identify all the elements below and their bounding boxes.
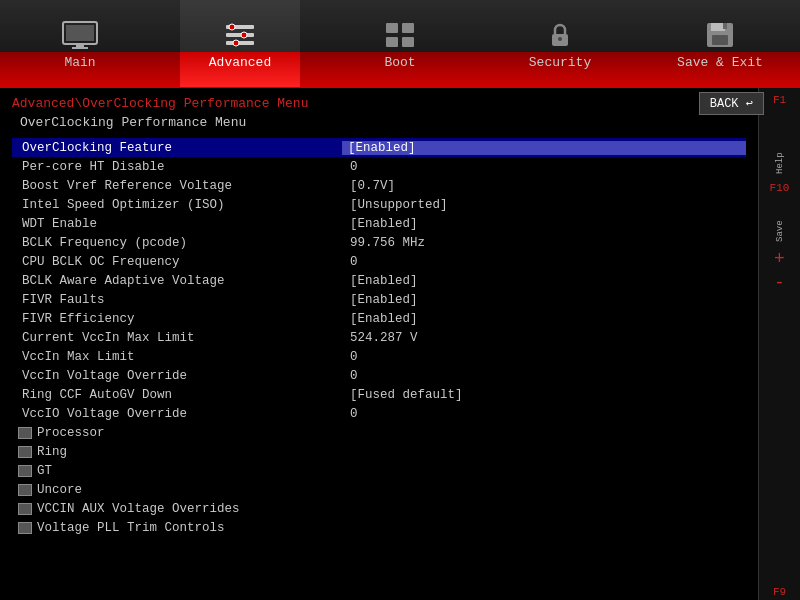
menu-item-value: [Enabled] — [342, 217, 746, 231]
svg-rect-11 — [402, 23, 414, 33]
menu-item-label: Ring — [12, 445, 342, 459]
menu-item-label: VccIn Max Limit — [12, 350, 342, 364]
menu-item-label: OverClocking Feature — [12, 141, 342, 155]
menu-row[interactable]: Intel Speed Optimizer (ISO)[Unsupported] — [12, 195, 746, 214]
menu-row[interactable]: Ring — [12, 442, 746, 461]
nav-security-label: Security — [529, 55, 591, 74]
menu-list: OverClocking Feature[Enabled]Per-core HT… — [12, 138, 746, 537]
svg-point-9 — [233, 40, 239, 46]
menu-item-label: Uncore — [12, 483, 342, 497]
nav-advanced-label: Advanced — [209, 55, 271, 74]
menu-row[interactable]: Per-core HT Disable0 — [12, 157, 746, 176]
f10-label: F10 — [770, 182, 790, 194]
svg-rect-6 — [226, 41, 254, 45]
nav-save-exit-label: Save & Exit — [677, 55, 763, 74]
save-icon — [702, 21, 738, 49]
svg-rect-19 — [723, 23, 727, 29]
f1-label: F1 — [773, 94, 786, 106]
menu-item-label: CPU BCLK OC Frequency — [12, 255, 342, 269]
menu-item-label: GT — [12, 464, 342, 478]
menu-row[interactable]: FIVR Efficiency[Enabled] — [12, 309, 746, 328]
menu-item-value: 0 — [342, 369, 746, 383]
svg-point-8 — [241, 32, 247, 38]
menu-item-label: Current VccIn Max Limit — [12, 331, 342, 345]
menu-item-value: [Unsupported] — [342, 198, 746, 212]
submenu-icon — [18, 465, 32, 477]
advanced-icon — [222, 21, 258, 49]
svg-rect-13 — [402, 37, 414, 47]
menu-item-value: 524.287 V — [342, 331, 746, 345]
menu-row[interactable]: BCLK Aware Adaptive Voltage[Enabled] — [12, 271, 746, 290]
content-area: Advanced\OverClocking Performance Menu O… — [0, 88, 800, 600]
page-title: OverClocking Performance Menu — [20, 115, 746, 130]
plus-button[interactable]: + — [774, 250, 785, 268]
right-sidebar: F1 Help F10 Save + - F9 — [758, 88, 800, 600]
menu-item-value: 99.756 MHz — [342, 236, 746, 250]
menu-item-value: 0 — [342, 407, 746, 421]
menu-item-value: 0 — [342, 350, 746, 364]
menu-item-label: Ring CCF AutoGV Down — [12, 388, 342, 402]
menu-item-label: VccIO Voltage Override — [12, 407, 342, 421]
svg-rect-1 — [66, 25, 94, 41]
top-navigation: Main Advanced Boot — [0, 0, 800, 88]
svg-rect-5 — [226, 33, 254, 37]
menu-row[interactable]: BCLK Frequency (pcode)99.756 MHz — [12, 233, 746, 252]
menu-row[interactable]: FIVR Faults[Enabled] — [12, 290, 746, 309]
nav-boot-label: Boot — [384, 55, 415, 74]
svg-rect-3 — [72, 47, 88, 49]
monitor-icon — [62, 21, 98, 49]
menu-row[interactable]: GT — [12, 461, 746, 480]
boot-icon — [382, 21, 418, 49]
f9-label: F9 — [773, 586, 786, 598]
menu-item-value: 0 — [342, 255, 746, 269]
lock-icon — [542, 21, 578, 49]
menu-item-label: WDT Enable — [12, 217, 342, 231]
menu-row[interactable]: VccIO Voltage Override0 — [12, 404, 746, 423]
nav-main[interactable]: Main — [20, 0, 140, 87]
menu-row[interactable]: Boost Vref Reference Voltage[0.7V] — [12, 176, 746, 195]
svg-rect-17 — [711, 23, 725, 31]
menu-row[interactable]: Current VccIn Max Limit524.287 V — [12, 328, 746, 347]
svg-point-15 — [558, 37, 562, 41]
menu-row[interactable]: Voltage PLL Trim Controls — [12, 518, 746, 537]
menu-row[interactable]: OverClocking Feature[Enabled] — [12, 138, 746, 157]
svg-rect-2 — [76, 44, 84, 47]
breadcrumb: Advanced\OverClocking Performance Menu — [12, 96, 746, 111]
menu-item-value: [Fused default] — [342, 388, 746, 402]
submenu-icon — [18, 446, 32, 458]
submenu-icon — [18, 427, 32, 439]
menu-row[interactable]: VccIn Voltage Override0 — [12, 366, 746, 385]
nav-security[interactable]: Security — [500, 0, 620, 87]
nav-save-exit[interactable]: Save & Exit — [660, 0, 780, 87]
menu-row[interactable]: WDT Enable[Enabled] — [12, 214, 746, 233]
nav-advanced[interactable]: Advanced — [180, 0, 300, 87]
menu-row[interactable]: VccIn Max Limit0 — [12, 347, 746, 366]
menu-item-label: BCLK Aware Adaptive Voltage — [12, 274, 342, 288]
menu-row[interactable]: Uncore — [12, 480, 746, 499]
main-content: Advanced\OverClocking Performance Menu O… — [0, 88, 758, 600]
menu-row[interactable]: Processor — [12, 423, 746, 442]
menu-item-label: BCLK Frequency (pcode) — [12, 236, 342, 250]
svg-point-7 — [229, 24, 235, 30]
back-button[interactable]: BACK ↩ — [699, 92, 764, 115]
menu-item-label: Intel Speed Optimizer (ISO) — [12, 198, 342, 212]
save-label-sidebar: Save — [775, 202, 785, 242]
svg-rect-10 — [386, 23, 398, 33]
svg-rect-18 — [712, 35, 728, 45]
menu-item-label: VccIn Voltage Override — [12, 369, 342, 383]
menu-item-label: FIVR Faults — [12, 293, 342, 307]
svg-rect-12 — [386, 37, 398, 47]
menu-row[interactable]: VCCIN AUX Voltage Overrides — [12, 499, 746, 518]
menu-item-value: [Enabled] — [342, 141, 746, 155]
menu-item-value: 0 — [342, 160, 746, 174]
menu-item-label: Boost Vref Reference Voltage — [12, 179, 342, 193]
menu-item-label: Processor — [12, 426, 342, 440]
menu-item-label: FIVR Efficiency — [12, 312, 342, 326]
menu-row[interactable]: Ring CCF AutoGV Down[Fused default] — [12, 385, 746, 404]
nav-boot[interactable]: Boot — [340, 0, 460, 87]
menu-item-value: [Enabled] — [342, 312, 746, 326]
help-label: Help — [775, 114, 785, 174]
menu-row[interactable]: CPU BCLK OC Frequency0 — [12, 252, 746, 271]
menu-item-value: [Enabled] — [342, 274, 746, 288]
minus-button[interactable]: - — [774, 274, 785, 292]
